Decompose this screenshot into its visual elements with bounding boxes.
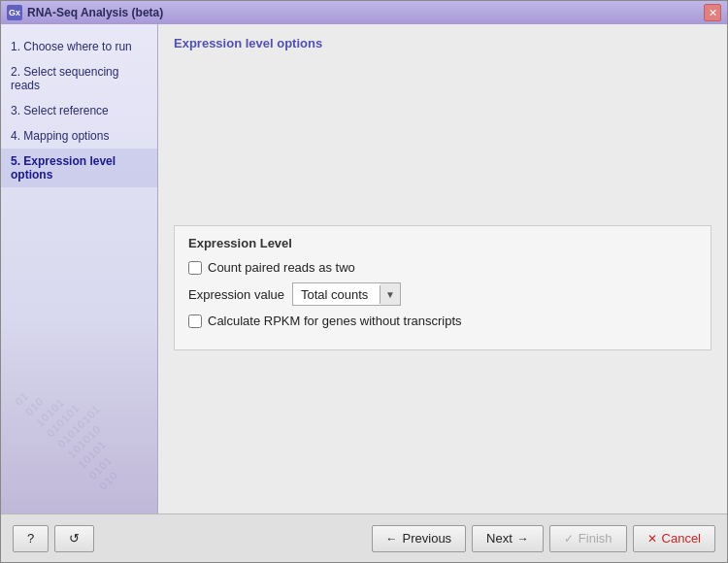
dropdown-arrow-icon[interactable]: ▼	[381, 283, 400, 305]
expression-value-row: Expression value Total counts ▼	[188, 282, 697, 306]
footer-left: ? ↺	[13, 525, 94, 552]
next-button[interactable]: Next →	[472, 525, 544, 552]
close-button[interactable]: ✕	[704, 4, 721, 21]
finish-button[interactable]: ✓ Finish	[549, 525, 627, 552]
panel-spacer	[174, 60, 711, 215]
watermark: 0101010101010101010101011010101010101010…	[1, 342, 158, 512]
panel-title: Expression level options	[174, 36, 711, 50]
sidebar-item-choose-where[interactable]: 1. Choose where to run	[1, 34, 157, 59]
bottom-spacer	[174, 350, 711, 502]
previous-arrow-icon: ←	[386, 532, 398, 546]
sidebar-item-select-reference[interactable]: 3. Select reference	[1, 98, 157, 123]
help-button[interactable]: ?	[13, 525, 49, 552]
footer: ? ↺ ← Previous Next → ✓ Finish ✕ Cancel	[1, 513, 727, 562]
help-icon: ?	[27, 531, 34, 546]
calculate-rpkm-row: Calculate RPKM for genes without transcr…	[188, 314, 697, 328]
window-title: RNA-Seq Analysis (beta)	[27, 6, 163, 19]
finish-label: Finish	[579, 531, 612, 546]
expression-value-label: Expression value	[188, 287, 284, 302]
sidebar-item-expression-options[interactable]: 5. Expression level options	[1, 149, 157, 187]
footer-right: ← Previous Next → ✓ Finish ✕ Cancel	[372, 525, 715, 552]
previous-button[interactable]: ← Previous	[372, 525, 467, 552]
title-bar: Gx RNA-Seq Analysis (beta) ✕	[1, 1, 727, 24]
expression-value-dropdown[interactable]: Total counts ▼	[292, 282, 401, 306]
cancel-x-icon: ✕	[647, 532, 657, 546]
finish-check-icon: ✓	[564, 532, 574, 546]
previous-label: Previous	[403, 531, 452, 546]
title-bar-left: Gx RNA-Seq Analysis (beta)	[7, 5, 163, 20]
cancel-label: Cancel	[662, 531, 701, 546]
count-paired-label: Count paired reads as two	[208, 260, 355, 275]
expression-level-title: Expression Level	[188, 236, 697, 250]
main-window: Gx RNA-Seq Analysis (beta) ✕ 1. Choose w…	[0, 0, 728, 563]
sidebar-item-select-reads[interactable]: 2. Select sequencing reads	[1, 59, 157, 98]
sidebar-item-mapping-options[interactable]: 4. Mapping options	[1, 123, 157, 149]
main-content: 1. Choose where to run 2. Select sequenc…	[1, 24, 727, 513]
app-icon: Gx	[7, 5, 22, 20]
next-label: Next	[486, 531, 513, 546]
calculate-rpkm-checkbox[interactable]	[188, 315, 202, 328]
sidebar: 1. Choose where to run 2. Select sequenc…	[1, 24, 158, 513]
count-paired-checkbox[interactable]	[188, 261, 202, 275]
reset-icon: ↺	[69, 531, 80, 546]
reset-button[interactable]: ↺	[54, 525, 94, 552]
dropdown-selected-value: Total counts	[293, 285, 381, 304]
next-arrow-icon: →	[517, 532, 529, 546]
calculate-rpkm-label: Calculate RPKM for genes without transcr…	[208, 314, 462, 328]
expression-level-section: Expression Level Count paired reads as t…	[174, 225, 711, 350]
count-paired-row: Count paired reads as two	[188, 260, 697, 275]
right-panel: Expression level options Expression Leve…	[158, 24, 727, 513]
cancel-button[interactable]: ✕ Cancel	[633, 525, 715, 552]
